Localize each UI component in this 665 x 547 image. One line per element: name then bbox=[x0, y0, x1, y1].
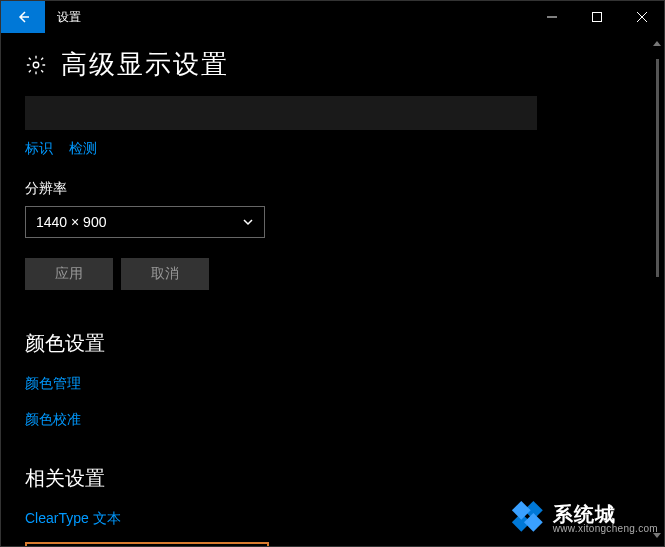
close-button[interactable] bbox=[619, 1, 664, 33]
svg-point-4 bbox=[33, 62, 39, 68]
identify-link[interactable]: 标识 bbox=[25, 140, 53, 158]
display-preview bbox=[25, 96, 537, 130]
gear-icon bbox=[25, 54, 47, 76]
resolution-label: 分辨率 bbox=[25, 180, 640, 198]
scrollbar-thumb[interactable] bbox=[656, 59, 659, 277]
back-button[interactable] bbox=[1, 1, 45, 33]
svg-rect-7 bbox=[512, 501, 531, 520]
window-controls bbox=[529, 1, 664, 33]
chevron-down-icon bbox=[242, 216, 254, 228]
apply-button[interactable]: 应用 bbox=[25, 258, 113, 290]
color-settings-heading: 颜色设置 bbox=[25, 330, 640, 357]
maximize-button[interactable] bbox=[574, 1, 619, 33]
watermark-text: 系统城 www.xitongcheng.com bbox=[553, 504, 658, 534]
color-calibration-link[interactable]: 颜色校准 bbox=[25, 411, 640, 429]
resolution-dropdown[interactable]: 1440 × 900 bbox=[25, 206, 265, 238]
display-links: 标识 检测 bbox=[25, 140, 640, 158]
button-row: 应用 取消 bbox=[25, 258, 640, 290]
svg-rect-1 bbox=[592, 13, 601, 22]
minimize-icon bbox=[547, 12, 557, 22]
titlebar: 设置 bbox=[1, 1, 664, 33]
related-settings-heading: 相关设置 bbox=[25, 465, 640, 492]
detect-link[interactable]: 检测 bbox=[69, 140, 97, 158]
svg-rect-8 bbox=[524, 513, 543, 532]
scrollbar[interactable] bbox=[652, 35, 662, 544]
watermark: 系统城 www.xitongcheng.com bbox=[509, 498, 658, 540]
watermark-name: 系统城 bbox=[553, 504, 658, 524]
maximize-icon bbox=[592, 12, 602, 22]
content-area: 高级显示设置 标识 检测 分辨率 1440 × 900 应用 取消 颜色设置 颜… bbox=[1, 33, 664, 546]
cancel-button[interactable]: 取消 bbox=[121, 258, 209, 290]
highlighted-box: 文本和其他项目大小调整的高级选项 bbox=[25, 542, 269, 546]
watermark-logo-icon bbox=[509, 498, 547, 540]
window-title: 设置 bbox=[57, 9, 81, 26]
minimize-button[interactable] bbox=[529, 1, 574, 33]
color-management-link[interactable]: 颜色管理 bbox=[25, 375, 640, 393]
arrow-left-icon bbox=[15, 9, 31, 25]
page-title: 高级显示设置 bbox=[61, 47, 229, 82]
close-icon bbox=[637, 12, 647, 22]
scroll-up-arrow[interactable] bbox=[652, 39, 662, 49]
watermark-url: www.xitongcheng.com bbox=[553, 524, 658, 534]
page-header: 高级显示设置 bbox=[25, 47, 640, 82]
resolution-value: 1440 × 900 bbox=[36, 214, 106, 230]
